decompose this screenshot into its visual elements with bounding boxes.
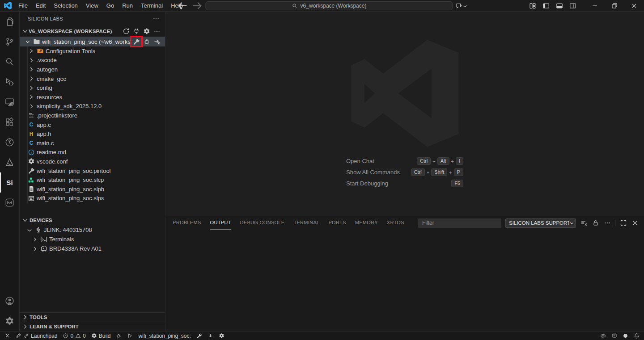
activity-silicon-labs[interactable]: Si [0,172,19,193]
customize-layout-button[interactable] [527,1,538,11]
tree-item-label: .projectlinkstore [37,112,77,119]
toggle-secondary-sidebar-button[interactable] [567,1,579,11]
tab-terminal[interactable]: TERMINAL [293,216,319,230]
menu-selection[interactable]: Selection [50,0,81,11]
tree-item[interactable]: .projectlinkstore [20,111,165,120]
clear-output-button[interactable] [580,219,588,227]
status-notifications[interactable] [631,332,642,340]
flash-button[interactable] [153,38,161,45]
tree-item-label: Configuration Tools [46,48,95,55]
activity-remote-explorer[interactable] [0,92,19,112]
settings-button[interactable] [143,28,150,35]
tree-item[interactable]: vscode.conf [20,157,165,166]
menu-run[interactable]: Run [118,0,137,11]
status-flash-download[interactable] [205,332,216,340]
activity-version-graph[interactable] [0,132,19,152]
copilot-chat-button[interactable] [456,1,467,11]
tab-ports[interactable]: PORTS [328,216,346,230]
toggle-panel-button[interactable] [554,1,565,11]
tree-item[interactable]: Capp.c [20,120,165,130]
project-row[interactable]: wifi_station_ping_soc (~\v6_workspa... [20,37,165,46]
editor-area: Open ChatCtrl+Alt+IShow All CommandsCtrl… [165,12,644,216]
status-run[interactable] [124,332,136,340]
tree-item[interactable]: Happ.h [20,129,165,139]
wrench-icon [133,38,140,45]
status-record-status[interactable] [620,332,631,340]
more-button[interactable] [153,28,161,35]
device-item[interactable]: JLINK: 440315708 [20,225,165,235]
restore-button[interactable] [605,0,624,12]
output-filter-input[interactable] [418,218,501,228]
status-copilot[interactable] [597,332,609,340]
status-remote[interactable] [2,332,13,340]
forward-button[interactable] [191,1,203,11]
tree-item[interactable]: wifi_station_ping_soc.pintool [20,166,165,176]
learn-section-header[interactable]: LEARN & SUPPORT [20,322,165,331]
maximize-panel-button[interactable] [619,219,627,227]
status-device[interactable] [609,332,620,340]
activity-extensions[interactable] [0,112,19,132]
tree-item[interactable]: wifi_station_ping_soc.slcp [20,175,165,185]
tab-xrtos[interactable]: XRTOS [387,216,404,230]
tab-memory[interactable]: MEMORY [355,216,378,230]
tab-debug-console[interactable]: DEBUG CONSOLE [240,216,285,230]
tools-section-header[interactable]: TOOLS [20,312,165,322]
activity-search[interactable] [0,52,19,72]
menu-view[interactable]: View [82,0,102,11]
workspace-section-header[interactable]: V6_WORKSPACE (WORKSPACE) [20,26,165,37]
tab-output[interactable]: OUTPUT [210,216,231,230]
output-content[interactable] [165,230,644,331]
back-button[interactable] [177,1,189,11]
tree-item[interactable]: wifi_station_ping_soc.slps [20,194,165,203]
toggle-sidebar-button[interactable] [540,1,552,11]
tree-item[interactable]: wifi_station_ping_soc.slpb [20,185,165,194]
menu-terminal[interactable]: Terminal [137,0,167,11]
activity-accounts[interactable] [0,291,19,311]
status-active-project[interactable]: wifi_station_ping_soc: [136,332,193,340]
chevron-down-icon [26,227,33,234]
menu-go[interactable]: Go [102,0,118,11]
tree-item[interactable]: Configuration Tools [20,46,165,56]
status-launchpad[interactable]: Launchpad [13,332,60,340]
activity-m-extension[interactable] [0,193,19,213]
refresh-button[interactable] [123,28,130,35]
tree-item[interactable]: autogen [20,65,165,74]
wrench-icon [196,333,202,339]
activity-explorer[interactable] [0,12,19,32]
tree-item[interactable]: .vscode [20,56,165,65]
tree-item-label: wifi_station_ping_soc.slps [37,195,104,201]
activity-source-control[interactable] [0,32,19,52]
status-pintool[interactable] [194,332,205,340]
tree-item[interactable]: cmake_gcc [20,74,165,84]
tree-item[interactable]: resources [20,92,165,102]
activity-measure-tools[interactable] [0,152,19,172]
tree-item-label: autogen [37,66,58,73]
more-icon[interactable] [153,15,160,22]
close-button[interactable] [624,0,644,12]
lock-scroll-button[interactable] [592,219,599,227]
menu-file[interactable]: File [14,0,32,11]
status-debug[interactable] [113,332,124,340]
status-problems[interactable]: 00 [60,332,88,340]
device-item[interactable]: Terminals [20,235,165,244]
command-center[interactable]: v6_workspace (Workspace) [206,1,453,10]
devices-section-header[interactable]: DEVICES [20,215,165,225]
pin-tool-button[interactable] [133,38,140,45]
more-button[interactable] [603,219,611,227]
tab-problems[interactable]: PROBLEMS [173,216,201,230]
device-item[interactable]: BRD4338A Rev A01 [20,244,165,253]
activity-run-and-debug[interactable] [0,72,19,92]
debug-button[interactable] [143,38,150,45]
tree-item[interactable]: Cmain.c [20,139,165,148]
status-debug-settings[interactable] [216,332,227,340]
activity-manage[interactable] [0,311,19,331]
output-channel-select[interactable]: SILICON LABS SUPPORT [505,218,576,228]
connect-button[interactable] [133,28,140,35]
status-build[interactable]: Build [89,332,114,340]
tree-item[interactable]: config [20,83,165,92]
tree-item[interactable]: simplicity_sdk_2025.12.0 [20,102,165,111]
minimize-button[interactable] [585,0,605,12]
tree-item[interactable]: readme.md [20,148,165,157]
close-panel-button[interactable] [631,219,639,227]
menu-edit[interactable]: Edit [32,0,50,11]
